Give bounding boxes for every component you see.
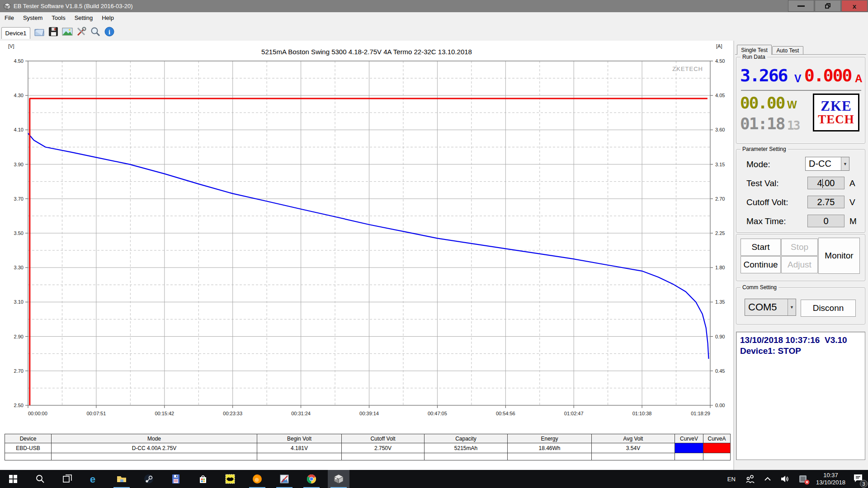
device1-tab[interactable]: Device1 xyxy=(1,27,30,39)
current-unit: A xyxy=(855,73,863,85)
table-header-row-cell: Capacity xyxy=(425,434,508,443)
task-view-button[interactable] xyxy=(57,470,78,488)
table-data-row-cell xyxy=(675,443,703,453)
restore-icon xyxy=(825,3,830,9)
voltage-unit: V xyxy=(794,73,801,85)
left-axis-tick-label: 2.50 xyxy=(14,403,24,408)
right-axis-tick-label: 1.35 xyxy=(715,299,725,305)
com-port-dropdown[interactable]: COM5 ▼ xyxy=(745,299,796,316)
adjust-button[interactable]: Adjust xyxy=(781,256,818,273)
chevron-down-icon[interactable]: ▼ xyxy=(788,299,796,315)
search-button[interactable] xyxy=(29,470,51,488)
window-title: EB Tester Software V1.8.5 (Build 2016-03… xyxy=(14,3,133,9)
chrome-icon[interactable] xyxy=(301,470,322,488)
menu-help[interactable]: Help xyxy=(97,13,118,23)
svg-text:e: e xyxy=(90,474,95,484)
table-data-row-cell: 2.750V xyxy=(342,443,425,453)
left-axis-tick-label: 2.90 xyxy=(14,334,24,339)
stop-button[interactable]: Stop xyxy=(781,239,818,256)
right-axis-tick-label: 3.60 xyxy=(715,127,725,132)
run-data-group: Run Data 3.266 V 0.000 A 00.00 W 01:18 1… xyxy=(736,57,865,144)
test-val-input[interactable]: 4.00 xyxy=(807,177,844,189)
right-axis-tick-label: 2.70 xyxy=(715,196,725,202)
restore-button[interactable] xyxy=(815,0,841,12)
x-axis-tick-label: 00:47:05 xyxy=(428,411,447,416)
steam-icon[interactable] xyxy=(138,470,160,488)
zke-logo-line1: ZKE xyxy=(821,99,851,113)
power-readout: 00.00 xyxy=(740,94,784,112)
start-button[interactable] xyxy=(2,470,24,488)
eb-tester-taskbar-icon[interactable] xyxy=(328,470,349,488)
table-data-row-cell: 5215mAh xyxy=(425,443,508,453)
tools-icon[interactable] xyxy=(75,26,87,38)
status-line: Device1: STOP xyxy=(740,346,861,357)
menu-setting[interactable]: Setting xyxy=(70,13,97,23)
left-axis-tick-label: 2.70 xyxy=(14,368,24,374)
table-empty-row-cell xyxy=(675,453,703,460)
language-indicator[interactable]: EN xyxy=(727,476,736,483)
store-icon[interactable] xyxy=(192,470,214,488)
firefox-icon[interactable] xyxy=(246,470,268,488)
notification-button[interactable]: 3 xyxy=(853,473,863,485)
right-axis-tick-label: 3.15 xyxy=(715,162,725,167)
x-axis-tick-label: 01:18:29 xyxy=(691,411,710,416)
speaker-icon[interactable] xyxy=(780,474,790,483)
monitor-button[interactable]: Monitor xyxy=(818,238,860,274)
x-axis-tick-label: 00:39:14 xyxy=(359,411,379,416)
x-axis-tick-label: 01:02:47 xyxy=(564,411,584,416)
right-axis-tick-label: 0.00 xyxy=(715,403,725,408)
file-explorer-icon[interactable] xyxy=(111,470,132,488)
power-unit: W xyxy=(787,99,797,111)
cutoff-volt-input[interactable]: 2.75 xyxy=(807,196,844,208)
open-file-icon[interactable] xyxy=(33,26,45,38)
x-axis-tick-label: 00:54:56 xyxy=(496,411,515,416)
edge-icon[interactable]: e xyxy=(84,470,105,488)
menu-file[interactable]: File xyxy=(0,13,19,23)
disconnect-button[interactable]: Disconn xyxy=(801,300,856,317)
tray-clock[interactable]: 10:37 13/10/2018 xyxy=(816,472,845,487)
toolbar: Device1 i xyxy=(0,23,868,41)
max-time-input[interactable]: 0 xyxy=(807,215,844,227)
chevron-down-icon[interactable]: ▼ xyxy=(841,157,849,170)
table-data-row-cell xyxy=(703,443,731,453)
right-axis-tick-label: 0.90 xyxy=(715,334,725,339)
mode-dropdown[interactable]: D-CC ▼ xyxy=(805,157,849,171)
table-data-row-cell: 3.54V xyxy=(592,443,675,453)
dropbox-error-icon[interactable] xyxy=(798,474,808,484)
batman-app-icon[interactable] xyxy=(219,470,241,488)
tab-single-test[interactable]: Single Test xyxy=(737,45,772,55)
export-image-icon[interactable] xyxy=(61,26,73,38)
discharge-chart: 4.504.504.304.054.103.603.903.153.702.70… xyxy=(0,41,733,438)
max-time-value: 0 xyxy=(823,216,828,226)
menu-system[interactable]: System xyxy=(19,13,47,23)
people-icon[interactable] xyxy=(745,474,755,484)
start-button[interactable]: Start xyxy=(741,239,781,256)
backup-app-icon[interactable] xyxy=(165,470,187,488)
table-header-row: DeviceModeBegin VoltCutoff VoltCapacityE… xyxy=(5,434,731,443)
table-data-row-cell: D-CC 4.00A 2.75V xyxy=(52,443,257,453)
left-axis-tick-label: 4.10 xyxy=(14,127,24,132)
cutoff-volt-value: 2.75 xyxy=(817,197,835,207)
tab-auto-test[interactable]: Auto Test xyxy=(772,46,803,55)
tray-date: 13/10/2018 xyxy=(816,479,845,486)
tray-time: 10:37 xyxy=(816,472,845,479)
voltage-curve xyxy=(28,133,709,359)
table-header-row-cell: Begin Volt xyxy=(257,434,342,443)
info-icon[interactable]: i xyxy=(104,26,115,38)
table-empty-row-cell xyxy=(508,453,592,460)
result-summary-table: DeviceModeBegin VoltCutoff VoltCapacityE… xyxy=(5,434,731,460)
continue-button[interactable]: Continue xyxy=(741,256,781,273)
app-cube-icon xyxy=(4,3,11,10)
zoom-icon[interactable] xyxy=(90,26,101,38)
test-val-unit: A xyxy=(849,178,855,188)
save-icon[interactable] xyxy=(47,26,59,38)
menu-tools[interactable]: Tools xyxy=(47,13,70,23)
photo-editor-icon[interactable] xyxy=(274,470,295,488)
x-axis-tick-label: 00:15:42 xyxy=(155,411,174,416)
minimize-button[interactable] xyxy=(788,0,814,12)
table-empty-row-cell xyxy=(592,453,675,460)
max-time-unit: M xyxy=(849,216,857,226)
close-button[interactable]: x xyxy=(841,0,868,12)
chevron-up-icon[interactable] xyxy=(764,476,772,482)
table-header-row-cell: CurveA xyxy=(703,434,731,443)
